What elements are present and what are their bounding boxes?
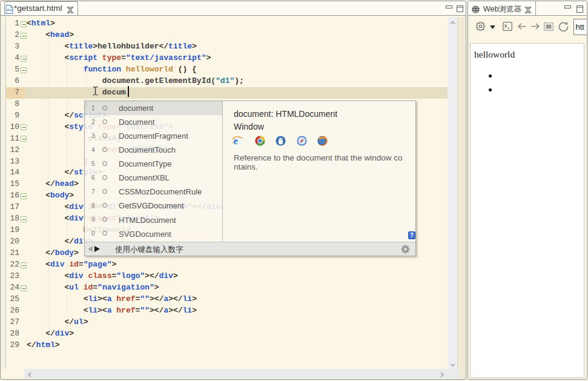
svg-text:?: ? bbox=[410, 232, 414, 239]
svg-text:<>: <> bbox=[7, 7, 12, 13]
